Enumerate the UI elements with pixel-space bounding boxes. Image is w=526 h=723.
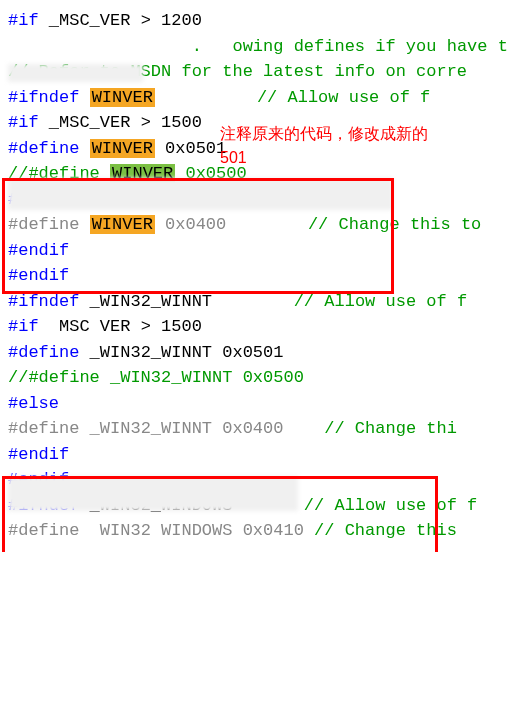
code-line: . owing defines if you have t [8,34,518,60]
code-line: #define WIN32 WINDOWS 0x0410 // Change t… [8,518,518,544]
highlight-winver: WINVER [90,88,155,107]
annotation-text-2: 501 [220,146,247,170]
code-line: #define _WIN32_WINNT 0x0400 // Change th… [8,416,518,442]
code-line: #else [8,187,518,213]
highlight-winver: WINVER [110,164,175,183]
code-line: #if _MSC_VER > 1200 [8,8,518,34]
code-container: 注释原来的代码，修改成新的 501 https://blog.csdn.net/… [8,8,518,544]
code-line: #endif [8,238,518,264]
code-line: #endif [8,442,518,468]
highlight-winver: WINVER [90,139,155,158]
code-line: #ifndef _WIN32_WINNT // Allow use of f [8,289,518,315]
code-line: #endif [8,467,518,493]
code-line: #else [8,391,518,417]
code-line: #define _WIN32_WINNT 0x0501 [8,340,518,366]
highlight-winver: WINVER [90,215,155,234]
code-line: #if MSC VER > 1500 [8,314,518,340]
code-line: #define WINVER 0x0400 // Change this to [8,212,518,238]
code-line: //#define _WIN32_WINNT 0x0500 [8,365,518,391]
code-line: // Refer to MSDN for the latest info on … [8,59,518,85]
code-line: #ifndef WINVER // Allow use of f [8,85,518,111]
code-line: //#define WINVER 0x0500 [8,161,518,187]
annotation-text-1: 注释原来的代码，修改成新的 [220,122,428,146]
code-line: #ifndef _WIN32_WINDOWS // Allow use of f [8,493,518,519]
code-line: #endif [8,263,518,289]
